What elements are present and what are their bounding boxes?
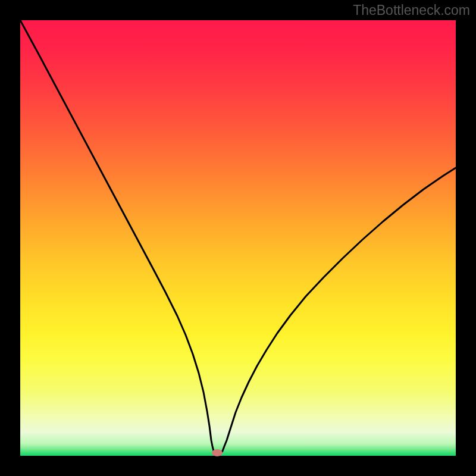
bottleneck-chart xyxy=(0,0,476,476)
chart-frame: TheBottleneck.com xyxy=(0,0,476,476)
watermark-text: TheBottleneck.com xyxy=(353,2,470,18)
gradient-background xyxy=(20,20,456,456)
optimal-point-marker xyxy=(212,449,223,456)
